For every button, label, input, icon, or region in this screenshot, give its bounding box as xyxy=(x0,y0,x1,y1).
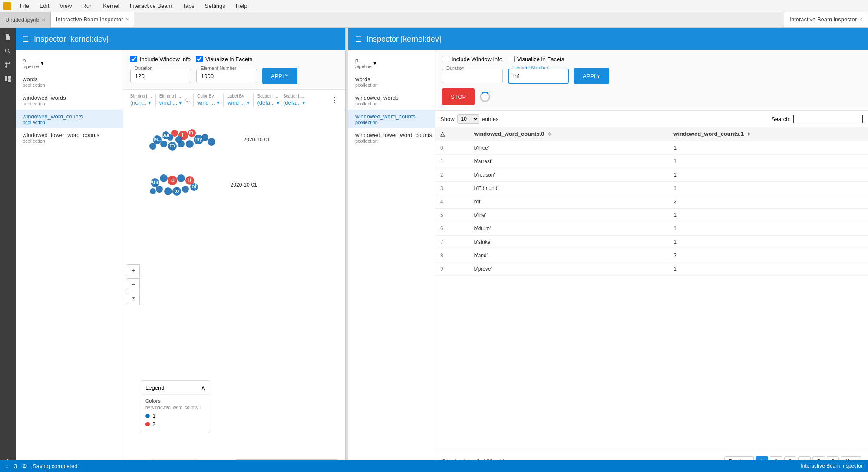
menu-file[interactable]: File xyxy=(18,3,31,9)
svg-point-0 xyxy=(6,49,9,52)
left-binning-select-0[interactable]: (non... ▾ xyxy=(130,99,152,106)
table-cell-col0: b'arrest' xyxy=(469,155,669,168)
left-pipeline-selector[interactable]: p pipeline ▾ xyxy=(16,54,123,72)
right-nav-windowed-words[interactable]: windowed_words pcollection xyxy=(348,91,435,110)
menu-settings[interactable]: Settings xyxy=(203,3,227,9)
right-duration-label: Duration xyxy=(446,66,465,71)
left-zoom-out-button[interactable]: − xyxy=(127,278,140,291)
right-include-window-info-checkbox[interactable] xyxy=(442,56,449,62)
right-element-number-input[interactable] xyxy=(508,69,569,84)
svg-text:I: I xyxy=(182,131,183,138)
tab-inspector-right-close[interactable]: × xyxy=(859,16,862,23)
table-cell-col0: b'll' xyxy=(469,195,669,209)
right-pipeline-sub: pipeline xyxy=(355,64,372,69)
right-col-0-header[interactable]: windowed_word_counts.0 ⇕ xyxy=(469,127,669,141)
left-legend-dot-2 xyxy=(145,422,150,426)
table-row: 4 b'll' 2 xyxy=(435,195,868,209)
statusbar-icon-0: ○ xyxy=(5,463,9,469)
left-nav-windowed-word-counts[interactable]: windowed_word_counts pcollection xyxy=(16,110,123,128)
table-cell-col0: b'the' xyxy=(469,209,669,222)
menu-kernel[interactable]: Kernel xyxy=(101,3,121,9)
sidebar-icon-extensions[interactable] xyxy=(2,73,14,85)
left-pipeline-label: p xyxy=(23,57,39,64)
left-nav-windowed-lower-word-counts[interactable]: windowed_lower_word_counts pcollection xyxy=(16,128,123,147)
right-stop-button[interactable]: STOP xyxy=(442,88,475,105)
table-cell-col1: 1 xyxy=(668,209,868,222)
right-visualize-in-facets-label[interactable]: Visualize in Facets xyxy=(508,56,564,62)
left-inspector-body: p pipeline ▾ words pcollection windowed_… xyxy=(16,50,345,472)
right-table-controls: Show 10 25 50 100 entries Search: xyxy=(435,111,868,127)
right-hamburger-icon[interactable]: ☰ xyxy=(355,35,361,43)
tab-notebook-close[interactable]: × xyxy=(42,17,45,23)
right-apply-button[interactable]: APPLY xyxy=(574,68,609,84)
svg-point-3 xyxy=(9,62,10,64)
sidebar-icon-files[interactable] xyxy=(2,31,14,43)
svg-point-19 xyxy=(186,140,194,148)
left-scatter-x-select[interactable]: (defa... ▾ xyxy=(257,99,279,106)
right-pipeline-selector[interactable]: p pipeline ▾ xyxy=(348,54,435,72)
right-entries-select[interactable]: 10 25 50 100 xyxy=(457,114,479,124)
svg-point-33 xyxy=(160,174,168,182)
left-color-by-select[interactable]: wind ... ▾ xyxy=(197,99,220,106)
svg-point-35 xyxy=(177,174,185,182)
table-cell-index: 6 xyxy=(435,222,469,236)
right-duration-input[interactable] xyxy=(442,69,503,83)
left-scatter-y-select[interactable]: (defa... ▾ xyxy=(283,99,305,106)
left-controls-area: Include Window Info Visualize in Facets … xyxy=(123,50,345,472)
menu-view[interactable]: View xyxy=(58,3,73,9)
right-visualize-in-facets-checkbox[interactable] xyxy=(508,56,515,62)
left-nav-words[interactable]: words pcollection xyxy=(16,72,123,91)
menu-tabs[interactable]: Tabs xyxy=(181,3,196,9)
right-data-table: △ windowed_word_counts.0 ⇕ windowed_word… xyxy=(435,127,868,276)
svg-point-21 xyxy=(149,143,156,150)
menu-run[interactable]: Run xyxy=(80,3,94,9)
left-legend-header[interactable]: Legend ∧ xyxy=(141,381,210,395)
menu-help[interactable]: Help xyxy=(234,3,249,9)
right-nav-words[interactable]: words pcollection xyxy=(348,72,435,91)
tab-inspector-left[interactable]: Interactive Beam Inspector × xyxy=(51,12,135,27)
left-apply-button[interactable]: APPLY xyxy=(262,68,297,84)
svg-rect-9 xyxy=(8,79,11,82)
left-include-window-info-label[interactable]: Include Window Info xyxy=(130,56,191,62)
left-cluster-2-svg: If is And to of xyxy=(144,167,209,202)
right-search-input[interactable] xyxy=(793,115,863,123)
left-zoom-in-button[interactable]: + xyxy=(127,264,140,277)
right-nav-windowed-word-counts[interactable]: windowed_word_counts pcollection xyxy=(348,110,435,128)
sidebar-icon-search[interactable] xyxy=(2,45,14,57)
svg-point-23 xyxy=(208,138,215,146)
tab-notebook[interactable]: Untitled.ipynb × xyxy=(0,12,51,27)
left-zoom-reset-button[interactable]: ⊡ xyxy=(127,292,140,305)
tab-inspector-left-close[interactable]: × xyxy=(125,16,129,23)
left-binning-row: Binning | ... (non... ▾ Binning | ... wi… xyxy=(123,90,345,110)
right-col-1-header[interactable]: windowed_word_counts.1 ⇕ xyxy=(668,127,868,141)
sidebar-icon-source-control[interactable] xyxy=(2,59,14,71)
table-cell-index: 4 xyxy=(435,195,469,209)
left-label-by-select[interactable]: wind ... ▾ xyxy=(227,99,250,106)
left-more-button[interactable]: ⋮ xyxy=(330,95,338,105)
right-col-index[interactable]: △ xyxy=(435,127,469,141)
tab-notebook-label: Untitled.ipynb xyxy=(5,16,40,23)
tab-inspector-right[interactable]: Interactive Beam Inspector × xyxy=(784,12,868,27)
left-legend-item-2: 2 xyxy=(145,421,205,427)
svg-rect-7 xyxy=(5,79,7,81)
left-binning-select-1[interactable]: wind ... ▾ xyxy=(159,99,182,106)
left-legend-collapse-icon[interactable]: ∧ xyxy=(201,384,205,391)
left-include-window-info-checkbox[interactable] xyxy=(130,56,137,62)
right-nav-windowed-lower-word-counts[interactable]: windowed_lower_word_counts pcollection xyxy=(348,128,435,147)
right-inspector-header: ☰ Inspector [kernel:dev] xyxy=(348,28,868,50)
left-duration-input[interactable] xyxy=(130,69,191,83)
svg-point-42 xyxy=(150,188,156,194)
left-visualize-in-facets-checkbox[interactable] xyxy=(196,56,203,62)
left-hamburger-icon[interactable]: ☰ xyxy=(23,35,29,43)
right-element-number-label: Element Number xyxy=(512,65,549,70)
right-col-0-sort-icon: ⇕ xyxy=(548,132,551,137)
left-nav-windowed-words[interactable]: windowed_words pcollection xyxy=(16,91,123,110)
menu-interactive-beam[interactable]: Interactive Beam xyxy=(128,3,174,9)
right-pipeline-chevron: ▾ xyxy=(373,60,376,66)
menu-edit[interactable]: Edit xyxy=(38,3,51,9)
left-binning-item-5: Scatter | ... (defa... ▾ xyxy=(257,94,279,106)
left-element-number-input[interactable] xyxy=(196,69,257,83)
left-visualize-in-facets-label[interactable]: Visualize in Facets xyxy=(196,56,252,62)
table-cell-index: 7 xyxy=(435,236,469,249)
right-include-window-info-label[interactable]: Include Window Info xyxy=(442,56,502,62)
